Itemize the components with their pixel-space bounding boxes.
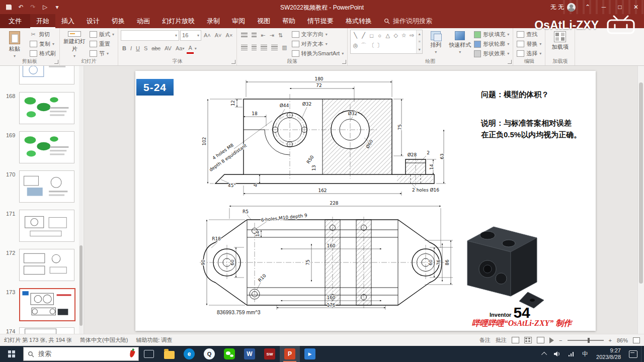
action-center-button[interactable] [625, 346, 641, 362]
fit-slide-button[interactable] [633, 337, 640, 343]
shape-glyph-icon[interactable]: ⌒ [360, 41, 367, 50]
grow-font-button[interactable]: A˄ [202, 31, 212, 40]
volume-icon[interactable] [550, 346, 565, 362]
align-text-button[interactable]: 对齐文本▾ [291, 39, 345, 49]
file-tab[interactable]: 文件 [0, 14, 30, 28]
shrink-font-button[interactable]: A˅ [213, 31, 223, 40]
canvas-scrollbar[interactable] [637, 65, 644, 334]
text-shadow-button[interactable]: S [142, 44, 149, 53]
shape-glyph-icon[interactable]: ◎ [352, 41, 359, 50]
align-right-button[interactable] [259, 43, 269, 52]
start-slideshow-icon[interactable]: ▷ [41, 4, 49, 11]
arrange-button[interactable]: 排列▾ [425, 30, 447, 58]
shape-glyph-icon[interactable]: 〔 [368, 41, 375, 50]
ribbon-tab-动画[interactable]: 动画 [131, 14, 156, 28]
minimize-button[interactable]: ─ [596, 0, 612, 14]
section-button[interactable]: 节▾ [89, 49, 115, 58]
character-spacing-button[interactable]: AV [163, 44, 173, 53]
clock[interactable]: 9:27 2023/8/28 [592, 347, 625, 360]
ime-indicator[interactable]: 中 [579, 346, 592, 362]
show-desktop-button[interactable] [641, 346, 644, 362]
quick-styles-button[interactable]: 快速样式▾ [449, 30, 471, 58]
underline-button[interactable]: U [134, 44, 141, 53]
change-case-button[interactable]: Aa▾ [174, 44, 186, 53]
ribbon-tab-插入[interactable]: 插入 [55, 14, 80, 28]
columns-button[interactable]: ▥ [280, 43, 288, 52]
paste-button[interactable]: 粘贴 ▾ [3, 30, 27, 58]
numbering-button[interactable] [250, 31, 258, 40]
cut-button[interactable]: ✂剪切 [29, 30, 57, 39]
ribbon-tab-格式转换[interactable]: 格式转换 [340, 14, 378, 28]
shapes-gallery-scrollbar[interactable]: ▲≡▼ [416, 30, 422, 53]
ribbon-display-options-button[interactable]: ⌃ [580, 0, 596, 14]
redo-icon[interactable]: ↷ [29, 4, 37, 11]
increase-indent-button[interactable]: ⇥ [268, 31, 276, 40]
language-indicator[interactable]: 简体中文(中国大陆) [80, 336, 128, 344]
taskbar-app-file-explorer[interactable] [159, 346, 179, 362]
italic-button[interactable]: I [129, 44, 133, 53]
shape-outline-button[interactable]: 形状轮廓▾ [473, 39, 510, 49]
zoom-slider[interactable] [568, 340, 604, 341]
strikethrough-button[interactable]: abc [150, 44, 162, 53]
ribbon-tab-情节提要[interactable]: 情节提要 [301, 14, 340, 28]
ribbon-tab-切换[interactable]: 切换 [106, 14, 131, 28]
slide-thumbnail[interactable] [19, 65, 74, 84]
customize-qat-icon[interactable]: ▾ [53, 4, 61, 11]
taskbar-app-task-view[interactable] [139, 346, 159, 362]
layout-button[interactable]: 版式▾ [89, 30, 115, 39]
accessibility-status[interactable]: 辅助功能: 调查 [136, 336, 172, 344]
undo-icon[interactable]: ↶ [17, 4, 25, 11]
shape-glyph-icon[interactable]: ╱ [360, 31, 367, 40]
shapes-gallery[interactable]: ╲╱□○△◇☆⇨◎⌒〔〕 ▲≡▼ [350, 30, 423, 54]
align-left-button[interactable] [239, 43, 249, 52]
slide-thumbnail-171[interactable] [19, 210, 74, 242]
network-icon[interactable] [565, 346, 579, 362]
maximize-button[interactable]: □ [612, 0, 628, 14]
shape-glyph-icon[interactable]: □ [368, 31, 375, 40]
slideshow-view-button[interactable] [549, 337, 554, 343]
ribbon-tab-帮助[interactable]: 帮助 [276, 14, 301, 28]
line-spacing-button[interactable]: ⇅ [277, 31, 284, 40]
drawing-dialog-launcher[interactable] [508, 60, 512, 64]
addins-button[interactable]: 加载项 [548, 30, 572, 58]
shape-glyph-icon[interactable]: 〕 [376, 41, 383, 50]
text-direction-button[interactable]: 文字方向▾ [291, 30, 345, 39]
slide-thumbnail-174[interactable] [19, 327, 74, 334]
notes-button[interactable]: 备注 [479, 336, 491, 344]
taskbar-app-powerpoint[interactable]: P [280, 346, 300, 362]
clear-formatting-button[interactable]: A× [224, 31, 234, 40]
zoom-in-button[interactable]: + [609, 337, 612, 343]
ribbon-tab-设计[interactable]: 设计 [80, 14, 106, 28]
font-dialog-launcher[interactable] [231, 60, 235, 64]
format-painter-button[interactable]: 格式刷 [29, 49, 57, 58]
justify-button[interactable] [270, 43, 279, 52]
zoom-level[interactable]: 86% [617, 337, 628, 343]
slide-sorter-view-button[interactable] [524, 337, 532, 343]
copy-button[interactable]: 复制▾ [29, 39, 57, 49]
taskbar-app-wechat[interactable] [219, 346, 239, 362]
select-button[interactable]: 选择▾ [516, 49, 542, 58]
shape-glyph-icon[interactable]: ⇨ [408, 31, 416, 40]
find-button[interactable]: 查找 [516, 30, 542, 39]
bold-button[interactable]: B [121, 44, 128, 53]
save-icon[interactable] [5, 4, 13, 11]
thumbnail-scrollbar[interactable] [79, 65, 83, 334]
taskbar-search[interactable]: 搜索 [23, 347, 139, 361]
ribbon-tab-审阅[interactable]: 审阅 [226, 14, 251, 28]
taskbar-app-qq[interactable]: Q [199, 346, 219, 362]
ribbon-tab-录制[interactable]: 录制 [201, 14, 226, 28]
taskbar-app-solidworks[interactable]: SW [260, 346, 280, 362]
start-button[interactable] [0, 346, 23, 362]
slide[interactable]: 180721218Ø44Ø32Ø32Ø601027563R5013445°162… [135, 71, 596, 331]
new-slide-button[interactable]: 新建幻灯片 ▾ [62, 30, 87, 58]
paragraph-dialog-launcher[interactable] [342, 60, 346, 64]
reading-view-button[interactable] [537, 337, 544, 343]
account-area[interactable]: 无 无 [546, 3, 580, 12]
shape-glyph-icon[interactable]: ☆ [400, 31, 408, 40]
slide-thumbnail-170[interactable] [19, 170, 74, 203]
decrease-indent-button[interactable]: ⇤ [259, 31, 267, 40]
ribbon-tab-视图[interactable]: 视图 [251, 14, 276, 28]
comments-button[interactable]: 批注 [496, 336, 507, 344]
tray-expand-button[interactable] [539, 346, 550, 362]
reset-button[interactable]: 重置 [89, 39, 115, 49]
